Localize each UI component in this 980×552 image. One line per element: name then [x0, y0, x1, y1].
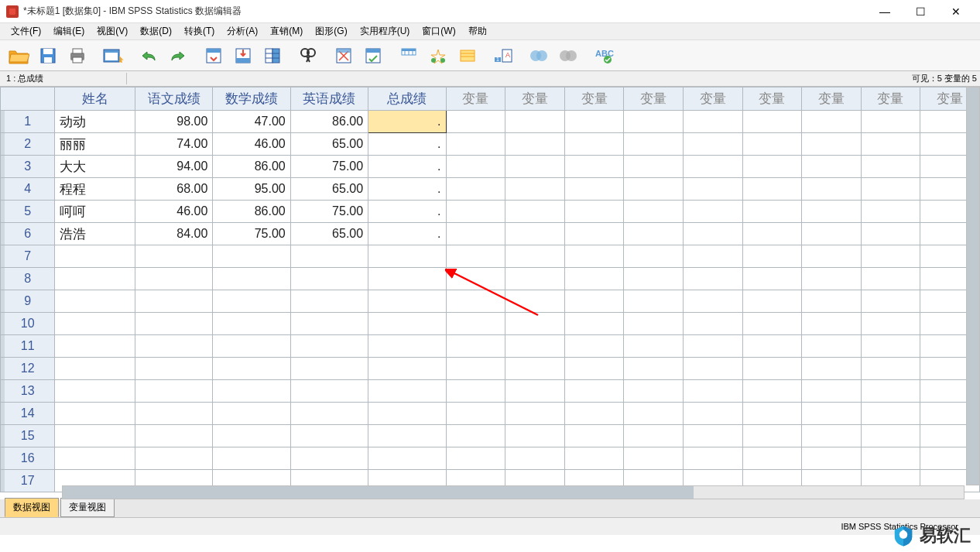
cell[interactable] — [290, 403, 368, 425]
cell[interactable] — [368, 245, 446, 268]
cell[interactable] — [213, 403, 290, 425]
cell[interactable] — [742, 156, 802, 178]
row-header[interactable]: 17 — [1, 470, 55, 492]
cell[interactable] — [505, 313, 565, 335]
cell-name[interactable]: 呵呵 — [55, 201, 135, 223]
cell[interactable] — [624, 313, 684, 335]
menu-data[interactable]: 数据(D) — [134, 23, 178, 39]
cell[interactable] — [564, 156, 624, 178]
cell[interactable] — [505, 223, 565, 245]
cell[interactable] — [505, 111, 565, 133]
menu-graphs[interactable]: 图形(G) — [309, 23, 353, 39]
cell[interactable] — [505, 403, 565, 425]
cell[interactable] — [135, 290, 212, 313]
cell[interactable] — [683, 313, 742, 335]
row-header[interactable]: 2 — [1, 133, 55, 156]
vertical-scrollbar[interactable] — [966, 87, 980, 485]
cell[interactable] — [861, 156, 920, 178]
cell[interactable]: 68.00 — [135, 178, 212, 201]
cell[interactable] — [683, 268, 742, 290]
cell[interactable]: 46.00 — [135, 201, 212, 223]
cell[interactable] — [55, 380, 135, 403]
cell[interactable] — [683, 403, 742, 425]
cell[interactable] — [683, 156, 742, 178]
col-header-var[interactable]: 变量 — [505, 87, 565, 111]
cell[interactable] — [861, 447, 920, 470]
cell[interactable] — [802, 245, 862, 268]
tab-variable-view[interactable]: 变量视图 — [60, 498, 115, 517]
cell[interactable] — [135, 313, 212, 335]
cell[interactable] — [742, 223, 802, 245]
menu-direct[interactable]: 直销(M) — [264, 23, 309, 39]
cell[interactable] — [135, 403, 212, 425]
cell[interactable] — [683, 178, 742, 201]
cell[interactable] — [446, 268, 505, 290]
cell[interactable] — [742, 380, 802, 403]
row-header[interactable]: 7 — [1, 245, 55, 268]
cell[interactable] — [135, 335, 212, 358]
cell[interactable] — [55, 268, 135, 290]
cell[interactable] — [446, 403, 505, 425]
cell[interactable] — [55, 425, 135, 447]
cell[interactable] — [290, 290, 368, 313]
cell[interactable] — [505, 358, 565, 380]
cell[interactable] — [135, 358, 212, 380]
use-sets-icon[interactable] — [454, 43, 481, 69]
goto-case-icon[interactable] — [200, 43, 228, 69]
save-icon[interactable] — [34, 43, 62, 69]
cell[interactable] — [624, 447, 684, 470]
cell[interactable] — [861, 425, 920, 447]
cell[interactable] — [446, 425, 505, 447]
variables-icon[interactable] — [259, 43, 286, 69]
cell-name[interactable]: 动动 — [55, 111, 135, 133]
cell[interactable] — [505, 156, 565, 178]
col-header-total[interactable]: 总成绩 — [368, 87, 446, 111]
cell[interactable] — [802, 380, 862, 403]
cell[interactable] — [861, 133, 920, 156]
cell-name[interactable]: 大大 — [55, 156, 135, 178]
sets-disabled-icon[interactable] — [554, 43, 582, 69]
menu-analyze[interactable]: 分析(A) — [221, 23, 264, 39]
cell[interactable] — [505, 447, 565, 470]
cell[interactable] — [446, 290, 505, 313]
cell[interactable] — [624, 201, 684, 223]
cell[interactable] — [135, 425, 212, 447]
cell[interactable] — [505, 290, 565, 313]
col-header-name[interactable]: 姓名 — [55, 87, 135, 111]
goto-variable-icon[interactable] — [229, 43, 257, 69]
cell-name[interactable]: 程程 — [55, 178, 135, 201]
corner-cell[interactable] — [1, 87, 55, 111]
row-header[interactable]: 6 — [1, 223, 55, 245]
cell[interactable] — [446, 156, 505, 178]
cell[interactable]: 75.00 — [290, 201, 368, 223]
col-header-math[interactable]: 数学成绩 — [213, 87, 290, 111]
cell[interactable] — [368, 313, 446, 335]
cell[interactable] — [742, 245, 802, 268]
cell[interactable] — [861, 201, 920, 223]
col-header-english[interactable]: 英语成绩 — [290, 87, 368, 111]
cell[interactable] — [624, 268, 684, 290]
cell[interactable] — [624, 245, 684, 268]
cell[interactable] — [564, 335, 624, 358]
cell[interactable] — [861, 403, 920, 425]
col-header-var[interactable]: 变量 — [861, 87, 920, 111]
cell[interactable] — [446, 201, 505, 223]
cell[interactable] — [290, 425, 368, 447]
cell[interactable] — [290, 245, 368, 268]
row-header[interactable]: 13 — [1, 380, 55, 403]
cell[interactable] — [55, 403, 135, 425]
cell[interactable] — [861, 111, 920, 133]
cell[interactable] — [683, 335, 742, 358]
cell[interactable] — [861, 313, 920, 335]
cell[interactable] — [742, 201, 802, 223]
row-header[interactable]: 11 — [1, 335, 55, 358]
cell[interactable]: 95.00 — [213, 178, 290, 201]
cell[interactable] — [446, 223, 505, 245]
cell[interactable] — [683, 447, 742, 470]
horizontal-scrollbar[interactable] — [62, 485, 965, 499]
cell[interactable] — [742, 111, 802, 133]
row-header[interactable]: 3 — [1, 156, 55, 178]
tab-data-view[interactable]: 数据视图 — [5, 498, 59, 517]
split-file-icon[interactable] — [330, 43, 358, 69]
col-header-chinese[interactable]: 语文成绩 — [135, 87, 212, 111]
